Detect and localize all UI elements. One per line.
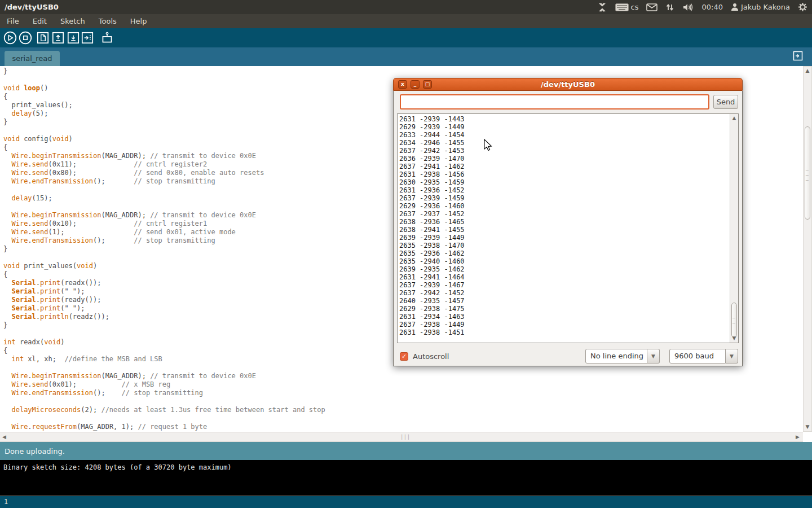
new-sketch-button[interactable] [36, 30, 50, 45]
maximize-icon[interactable]: □ [423, 80, 432, 89]
code-line: Wire.send(0x01); // x MSB reg [3, 380, 803, 389]
user-icon [731, 3, 739, 11]
code-line: Wire.requestFrom(MAG_ADDR, 1); // reques… [3, 423, 803, 431]
ide-toolbar [0, 28, 812, 47]
mail-indicator-icon[interactable] [646, 3, 657, 11]
user-menu[interactable]: Jakub Kakona [731, 3, 790, 11]
username-label: Jakub Kakona [741, 3, 790, 11]
clock[interactable]: 00:40 [701, 3, 722, 11]
baud-rate-select[interactable]: 9600 baud [669, 349, 726, 364]
keyboard-layout-label: cs [631, 3, 639, 11]
line-number-strip: 1 [0, 496, 812, 508]
serial-monitor-window: x _ □ /dev/ttyUSB0 Send 2631 -2939 -1443… [393, 78, 743, 366]
open-icon [51, 30, 65, 45]
code-line [3, 397, 803, 406]
hscroll-grip[interactable]: │││ [397, 435, 414, 440]
tab-label: serial_read [12, 54, 52, 63]
keyboard-layout-indicator[interactable]: cs [615, 3, 639, 11]
tab-serial-read[interactable]: serial_read [5, 51, 60, 66]
menu-item-tools[interactable]: Tools [92, 15, 123, 28]
scroll-right-arrow[interactable]: ▶ [796, 434, 800, 440]
status-message: Done uploading. [5, 447, 65, 456]
code-line: Wire.endTransmission(); // stop transmit… [3, 389, 803, 397]
console-text: Binary sketch size: 4208 bytes (of a 307… [3, 463, 232, 471]
volume-icon[interactable] [682, 3, 694, 12]
session-gear-icon[interactable] [798, 2, 807, 12]
upload-button[interactable] [80, 30, 95, 45]
mouse-cursor [484, 139, 493, 152]
line-ending-select[interactable]: No line ending [585, 349, 647, 364]
scroll-left-arrow[interactable]: ◀ [2, 434, 6, 440]
monitor-title: /dev/ttyUSB0 [394, 80, 742, 89]
menu-item-help[interactable]: Help [123, 15, 154, 28]
stop-button[interactable] [18, 30, 33, 45]
code-line [3, 414, 803, 423]
verify-icon [3, 30, 17, 45]
tab-menu-button[interactable] [791, 49, 805, 63]
menu-item-file[interactable]: File [0, 15, 26, 28]
line-ending-dropdown-arrow[interactable]: ▼ [647, 349, 660, 364]
top-panel: /dev/ttyUSB0 cs 00:40 Jakub Kakona [0, 0, 812, 14]
autoscroll-checkbox[interactable]: ✓ [400, 352, 408, 361]
serial-monitor-icon [100, 30, 114, 45]
baud-rate-dropdown-arrow[interactable]: ▼ [726, 349, 738, 364]
code-line: delayMicroseconds(2); //needs at least 1… [3, 406, 803, 414]
monitor-vscroll-thumb[interactable]: ── [731, 303, 737, 338]
keyboard-icon [615, 3, 629, 11]
tab-menu-icon [791, 49, 805, 63]
send-button[interactable]: Send [713, 95, 738, 109]
monitor-titlebar[interactable]: x _ □ /dev/ttyUSB0 [393, 78, 743, 91]
minimize-icon[interactable]: _ [411, 80, 420, 89]
scroll-down-arrow[interactable]: ▼ [804, 424, 811, 430]
menu-item-edit[interactable]: Edit [26, 15, 54, 28]
stop-icon [18, 30, 33, 45]
save-icon [66, 30, 81, 45]
editor-vscrollbar[interactable]: ▲ ─── ▼ [803, 66, 812, 432]
close-icon[interactable]: x [398, 80, 407, 89]
monitor-scroll-up-arrow[interactable]: ▲ [730, 116, 738, 121]
monitor-body: Send 2631 -2939 -1443 2629 -2939 -1449 2… [393, 91, 743, 366]
editor-hscrollbar[interactable]: ◀ │││ ▶ [0, 432, 803, 442]
serial-output-text: 2631 -2939 -1443 2629 -2939 -1449 2633 -… [399, 115, 465, 336]
monitor-scroll-down-arrow[interactable]: ▼ [730, 336, 738, 341]
menu-item-sketch[interactable]: Sketch [54, 15, 92, 28]
code-line: } [3, 67, 803, 76]
serial-monitor-button[interactable] [100, 30, 114, 45]
monitor-vscrollbar[interactable]: ▲ ── ▼ [730, 114, 738, 343]
status-bar: Done uploading. [0, 442, 812, 460]
line-indicator: 1 [4, 498, 8, 506]
console-output: Binary sketch size: 4208 bytes (of a 307… [0, 460, 812, 496]
menubar: FileEditSketchToolsHelp [0, 14, 812, 28]
serial-output-area[interactable]: 2631 -2939 -1443 2629 -2939 -1449 2633 -… [397, 113, 739, 343]
open-sketch-button[interactable] [51, 30, 65, 45]
editor-vscroll-thumb[interactable]: ─── [805, 126, 810, 220]
autoscroll-label: Autoscroll [413, 352, 449, 361]
new-sketch-icon [36, 30, 50, 45]
indicator-applet-icon[interactable] [597, 3, 607, 12]
scroll-up-arrow[interactable]: ▲ [804, 68, 811, 73]
upload-icon [80, 30, 95, 45]
panel-window-title: /dev/ttyUSB0 [5, 3, 59, 11]
sync-arrows-icon[interactable] [665, 3, 674, 12]
monitor-controls: ✓ Autoscroll No line ending ▼ 9600 baud … [394, 346, 742, 366]
serial-input[interactable] [400, 94, 709, 110]
code-line: Wire.beginTransmission(MAG_ADDR); // tra… [3, 372, 803, 380]
save-sketch-button[interactable] [66, 30, 81, 45]
verify-button[interactable] [3, 30, 17, 45]
tabbar: serial_read [0, 47, 812, 66]
